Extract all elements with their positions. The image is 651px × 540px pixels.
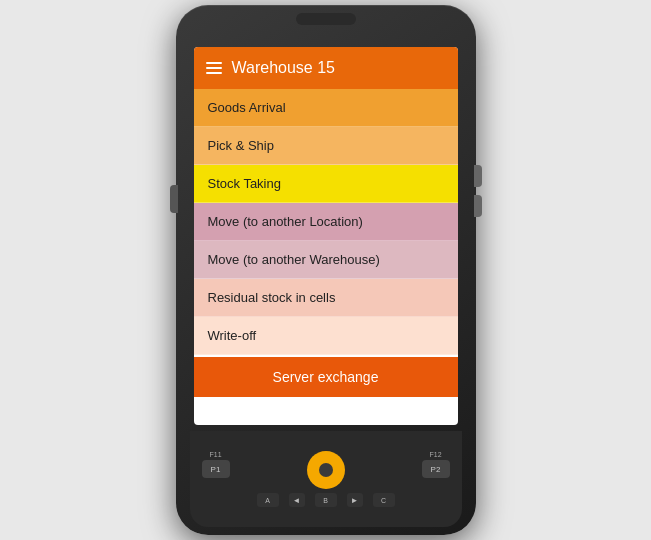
handheld-device: Warehouse 15 Goods Arrival Pick & Ship S… <box>176 5 476 535</box>
menu-item-pick-ship[interactable]: Pick & Ship <box>194 127 458 165</box>
hamburger-menu-button[interactable] <box>206 62 222 74</box>
keypad-top-row: F11 P1 F12 P2 <box>198 451 454 489</box>
menu-item-move-warehouse[interactable]: Move (to another Warehouse) <box>194 241 458 279</box>
keypad-abc-row: A ◄ B ► C <box>198 493 454 507</box>
fn12-label: F12 <box>429 451 441 458</box>
side-button-right-bottom[interactable] <box>474 195 482 217</box>
fn11-label: F11 <box>209 451 221 458</box>
app-header: Warehouse 15 <box>194 47 458 89</box>
side-button-right-top[interactable] <box>474 165 482 187</box>
menu-item-stock-taking[interactable]: Stock Taking <box>194 165 458 203</box>
keypad-area: F11 P1 F12 P2 A ◄ B ► C <box>190 431 462 527</box>
device-top-bump <box>296 13 356 25</box>
dpad[interactable] <box>307 451 345 489</box>
menu-item-residual-stock[interactable]: Residual stock in cells <box>194 279 458 317</box>
server-exchange-button[interactable]: Server exchange <box>194 357 458 397</box>
dpad-center <box>319 463 333 477</box>
side-button-left[interactable] <box>170 185 178 213</box>
device-screen: Warehouse 15 Goods Arrival Pick & Ship S… <box>194 47 458 425</box>
a-button[interactable]: A <box>257 493 279 507</box>
p2-button[interactable]: P2 <box>422 460 450 478</box>
c-button[interactable]: C <box>373 493 395 507</box>
menu-item-write-off[interactable]: Write-off <box>194 317 458 355</box>
left-arrow-button[interactable]: ◄ <box>289 493 305 507</box>
p1-button[interactable]: P1 <box>202 460 230 478</box>
b-button[interactable]: B <box>315 493 337 507</box>
right-arrow-button[interactable]: ► <box>347 493 363 507</box>
app-title: Warehouse 15 <box>232 59 335 77</box>
device-body: Warehouse 15 Goods Arrival Pick & Ship S… <box>176 5 476 535</box>
menu-item-move-location[interactable]: Move (to another Location) <box>194 203 458 241</box>
menu-item-goods-arrival[interactable]: Goods Arrival <box>194 89 458 127</box>
